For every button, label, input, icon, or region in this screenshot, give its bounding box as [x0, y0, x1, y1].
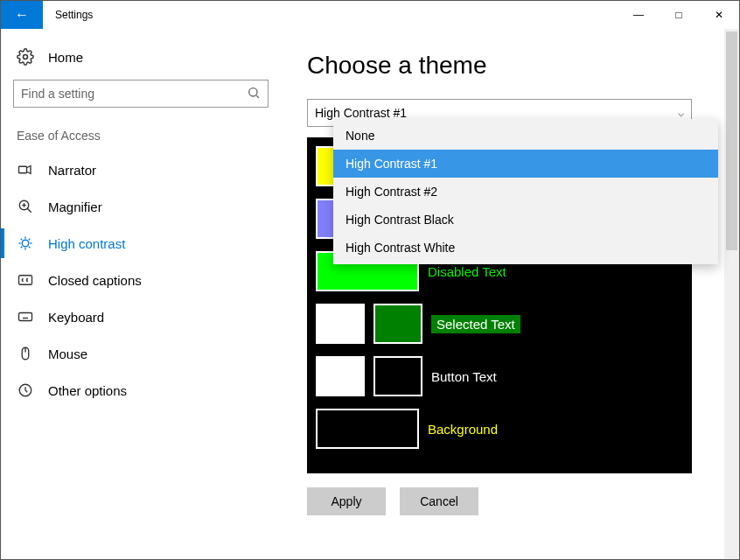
close-button[interactable]: ✕ — [699, 1, 739, 29]
search-placeholder: Find a setting — [21, 87, 247, 101]
search-icon — [247, 86, 261, 102]
dropdown-option[interactable]: High Contrast #2 — [333, 178, 718, 206]
sidebar-item-label: Mouse — [48, 346, 87, 361]
sidebar-item-label: High contrast — [48, 236, 125, 251]
apply-button[interactable]: Apply — [307, 487, 386, 515]
svg-rect-3 — [19, 166, 27, 173]
preview-row: Selected Text — [316, 304, 683, 344]
high-contrast-icon — [17, 235, 34, 251]
svg-line-14 — [29, 247, 31, 248]
back-arrow-icon: ← — [15, 7, 29, 23]
sidebar-item-label: Narrator — [48, 163, 96, 178]
dropdown-option[interactable]: High Contrast #1 — [333, 150, 718, 178]
sidebar-item-keyboard[interactable]: Keyboard — [1, 298, 281, 335]
color-swatch[interactable] — [316, 409, 419, 449]
sidebar-item-mouse[interactable]: Mouse — [1, 335, 281, 372]
svg-line-13 — [21, 239, 23, 241]
cancel-button-label: Cancel — [420, 494, 458, 508]
svg-line-15 — [21, 247, 23, 248]
color-swatch[interactable] — [373, 356, 422, 396]
sidebar-group-header: Ease of Access — [1, 120, 281, 151]
sidebar-home-label: Home — [48, 50, 83, 65]
dropdown-option[interactable]: None — [333, 122, 718, 150]
preview-label: Disabled Text — [428, 264, 506, 279]
window-title: Settings — [43, 1, 93, 29]
narrator-icon — [17, 162, 34, 178]
sidebar-item-label: Closed captions — [48, 273, 142, 288]
svg-point-0 — [24, 55, 28, 60]
apply-button-label: Apply — [331, 494, 361, 508]
back-button[interactable]: ← — [1, 1, 43, 29]
preview-label: Selected Text — [431, 315, 520, 333]
sidebar-item-label: Magnifier — [48, 200, 102, 214]
page-title: Choose a theme — [307, 52, 722, 80]
theme-dropdown: NoneHigh Contrast #1High Contrast #2High… — [333, 119, 718, 264]
sidebar-item-other-options[interactable]: Other options — [1, 372, 281, 409]
sidebar-item-label: Other options — [48, 383, 127, 398]
svg-rect-18 — [19, 313, 32, 321]
window-controls: ― □ ✕ — [618, 1, 739, 29]
sidebar-item-label: Keyboard — [48, 310, 104, 325]
gear-icon — [17, 48, 34, 66]
close-icon: ✕ — [715, 9, 723, 21]
mouse-icon — [17, 346, 34, 361]
svg-point-8 — [22, 240, 29, 247]
sidebar-home[interactable]: Home — [1, 41, 281, 80]
preview-label: Background — [428, 422, 498, 437]
sidebar-item-magnifier[interactable]: Magnifier — [1, 188, 281, 225]
sidebar-item-narrator[interactable]: Narrator — [1, 151, 281, 188]
svg-line-2 — [256, 95, 259, 98]
title-bar: ← Settings ― □ ✕ — [1, 1, 739, 29]
closed-captions-icon — [17, 272, 34, 288]
svg-rect-17 — [19, 276, 32, 285]
preview-row: Background — [316, 409, 683, 449]
theme-combo-value: High Contrast #1 — [315, 106, 407, 120]
preview-label: Button Text — [431, 369, 497, 384]
dropdown-option[interactable]: High Contrast Black — [333, 206, 718, 234]
svg-point-1 — [249, 88, 257, 95]
maximize-icon: □ — [675, 9, 681, 21]
sidebar-item-high-contrast[interactable]: High contrast — [1, 225, 281, 262]
scrollbar-thumb[interactable] — [726, 32, 737, 250]
search-input[interactable]: Find a setting — [13, 80, 269, 108]
sidebar-item-closed-captions[interactable]: Closed captions — [1, 262, 281, 298]
svg-line-5 — [27, 208, 31, 213]
minimize-icon: ― — [633, 9, 644, 21]
sidebar: Home Find a setting Ease of Access Narra… — [1, 29, 281, 559]
preview-row: Button Text — [316, 356, 683, 396]
magnifier-icon — [17, 199, 34, 214]
maximize-button[interactable]: □ — [659, 1, 699, 29]
svg-line-16 — [29, 239, 31, 241]
keyboard-icon — [17, 309, 34, 325]
chevron-down-icon: ⌵ — [678, 107, 684, 119]
other-options-icon — [17, 382, 34, 398]
cancel-button[interactable]: Cancel — [400, 487, 478, 515]
vertical-scrollbar[interactable] — [724, 29, 739, 559]
main-panel: Choose a theme High Contrast #1 ⌵ TextHy… — [281, 29, 739, 559]
color-swatch[interactable] — [373, 304, 422, 344]
color-swatch[interactable] — [316, 356, 365, 396]
color-swatch[interactable] — [316, 304, 365, 344]
minimize-button[interactable]: ― — [618, 1, 659, 29]
dropdown-option[interactable]: High Contrast White — [333, 234, 718, 262]
